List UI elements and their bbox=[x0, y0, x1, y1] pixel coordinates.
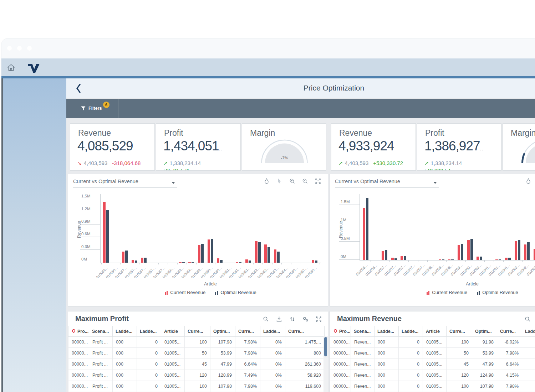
bar-optimal[interactable] bbox=[201, 244, 204, 263]
bar-current[interactable] bbox=[122, 252, 124, 263]
bar-current[interactable] bbox=[132, 260, 134, 263]
bar-current[interactable] bbox=[188, 262, 191, 263]
bar-current[interactable] bbox=[401, 256, 403, 260]
scrollbar-thumb[interactable] bbox=[324, 337, 327, 356]
column-header[interactable]: Curre... bbox=[497, 326, 522, 337]
bar-optimal[interactable] bbox=[211, 239, 213, 263]
column-header[interactable]: Curre... bbox=[235, 326, 260, 337]
bar-current[interactable] bbox=[448, 259, 450, 260]
bar-current[interactable] bbox=[439, 259, 441, 260]
table-row[interactable]: 00000...Reven...000001005...100107.987.9… bbox=[330, 381, 535, 392]
bar-optimal[interactable] bbox=[125, 251, 128, 263]
bar-current[interactable] bbox=[477, 257, 479, 260]
bar-current[interactable] bbox=[141, 258, 143, 263]
bar-current[interactable] bbox=[312, 260, 314, 263]
bar-current[interactable] bbox=[208, 239, 210, 263]
bar-current[interactable] bbox=[198, 245, 200, 263]
bar-current[interactable] bbox=[505, 258, 508, 260]
column-header[interactable]: Article bbox=[423, 326, 447, 337]
column-header[interactable]: Scena... bbox=[89, 326, 113, 337]
bar-current[interactable] bbox=[179, 262, 182, 263]
table-row[interactable]: 00000...Reven...000001005...5053.997.98% bbox=[330, 348, 535, 359]
bar-optimal[interactable] bbox=[527, 242, 530, 260]
bar-optimal[interactable] bbox=[518, 240, 520, 260]
table-row[interactable]: 00000...Profit ...000001005...120128.997… bbox=[68, 370, 325, 381]
bar-optimal[interactable] bbox=[192, 262, 194, 263]
bar-optimal[interactable] bbox=[366, 198, 368, 260]
bar-optimal[interactable] bbox=[404, 256, 406, 260]
settings-icon[interactable] bbox=[302, 316, 309, 322]
search-icon[interactable] bbox=[263, 316, 269, 322]
bar-current[interactable] bbox=[495, 259, 498, 260]
column-header[interactable]: Ladde... bbox=[399, 326, 423, 337]
bar-current[interactable] bbox=[524, 244, 526, 260]
bar-optimal[interactable] bbox=[258, 242, 261, 263]
bar-current[interactable] bbox=[391, 258, 394, 260]
bar-current[interactable] bbox=[467, 240, 470, 260]
bar-current[interactable] bbox=[382, 251, 384, 260]
table-scrollbar[interactable] bbox=[323, 336, 328, 392]
bar-optimal[interactable] bbox=[461, 244, 463, 260]
table-row[interactable]: 00000...Reven...000001005...10091.98-8.0… bbox=[330, 337, 535, 348]
bar-current[interactable] bbox=[274, 249, 276, 263]
sort-icon[interactable] bbox=[289, 316, 295, 322]
legend-item[interactable]: Optimal Revenue bbox=[477, 290, 518, 295]
bar-optimal[interactable] bbox=[451, 259, 454, 260]
bar-optimal[interactable] bbox=[394, 258, 397, 260]
bar-optimal[interactable] bbox=[480, 257, 482, 260]
column-header[interactable]: Curre... bbox=[185, 326, 210, 337]
bar-optimal[interactable] bbox=[144, 258, 147, 263]
bar-optimal[interactable] bbox=[508, 258, 511, 260]
column-header[interactable]: Ladde... bbox=[260, 326, 285, 337]
table-row[interactable]: 00000...Reven...000001005...120124.984.1… bbox=[330, 370, 535, 381]
filters-button[interactable]: Filters 6 bbox=[66, 99, 119, 118]
expand-icon[interactable] bbox=[316, 316, 322, 322]
bar-current[interactable] bbox=[103, 202, 106, 263]
column-header[interactable]: Curre... bbox=[447, 326, 472, 337]
column-header[interactable]: Pro... bbox=[68, 326, 89, 337]
bar-optimal[interactable] bbox=[106, 210, 109, 263]
bar-optimal[interactable] bbox=[268, 247, 270, 263]
bar-current[interactable] bbox=[245, 259, 248, 263]
column-header[interactable]: Ladde... bbox=[374, 326, 399, 337]
vendor-logo[interactable] bbox=[27, 62, 41, 73]
window-dot-icon[interactable] bbox=[17, 46, 22, 51]
legend-item[interactable]: Current Revenue bbox=[426, 290, 467, 295]
bar-optimal[interactable] bbox=[220, 260, 223, 263]
table-row[interactable]: 00000...Profit ...000001005...100107.987… bbox=[68, 337, 325, 348]
bar-current[interactable] bbox=[255, 241, 258, 263]
column-header[interactable]: Pro... bbox=[330, 326, 351, 337]
home-button[interactable] bbox=[6, 63, 16, 72]
bar-optimal[interactable] bbox=[385, 250, 387, 260]
legend-item[interactable]: Current Revenue bbox=[164, 290, 205, 295]
bar-optimal[interactable] bbox=[239, 262, 241, 263]
bar-optimal[interactable] bbox=[135, 261, 137, 263]
column-header[interactable]: Ladde... bbox=[137, 326, 161, 337]
bar-optimal[interactable] bbox=[442, 259, 444, 260]
column-header[interactable]: Article bbox=[161, 326, 185, 337]
bar-current[interactable] bbox=[363, 208, 365, 260]
table-row[interactable]: 00000...Profit ...000001005...5053.997.9… bbox=[68, 348, 325, 359]
table-row[interactable]: 00000...Profit ...000001005...4547.996.6… bbox=[68, 359, 325, 370]
bar-optimal[interactable] bbox=[315, 261, 317, 263]
column-header[interactable]: Ladde... bbox=[522, 326, 535, 337]
bar-current[interactable] bbox=[534, 249, 535, 260]
table-row[interactable]: 00000...Reven...000001005...4547.996.64% bbox=[330, 359, 535, 370]
bar-current[interactable] bbox=[458, 245, 460, 260]
column-header[interactable]: Optim... bbox=[472, 326, 497, 337]
bar-current[interactable] bbox=[264, 244, 267, 263]
bar-optimal[interactable] bbox=[277, 252, 280, 263]
search-icon[interactable] bbox=[525, 316, 531, 322]
table-row[interactable]: 00000...Profit ...000001005...100107.987… bbox=[68, 381, 325, 392]
bar-optimal[interactable] bbox=[499, 259, 501, 260]
bar-optimal[interactable] bbox=[470, 239, 473, 260]
window-controls[interactable] bbox=[7, 46, 37, 52]
bar-current[interactable] bbox=[515, 241, 517, 260]
legend-item[interactable]: Optimal Revenue bbox=[215, 290, 256, 295]
column-header[interactable]: Optim... bbox=[210, 326, 235, 337]
download-icon[interactable] bbox=[276, 316, 282, 322]
column-header[interactable]: Ladde... bbox=[113, 326, 137, 337]
bar-optimal[interactable] bbox=[182, 262, 185, 263]
bar-current[interactable] bbox=[236, 262, 238, 263]
column-header[interactable]: Scena... bbox=[351, 326, 374, 337]
